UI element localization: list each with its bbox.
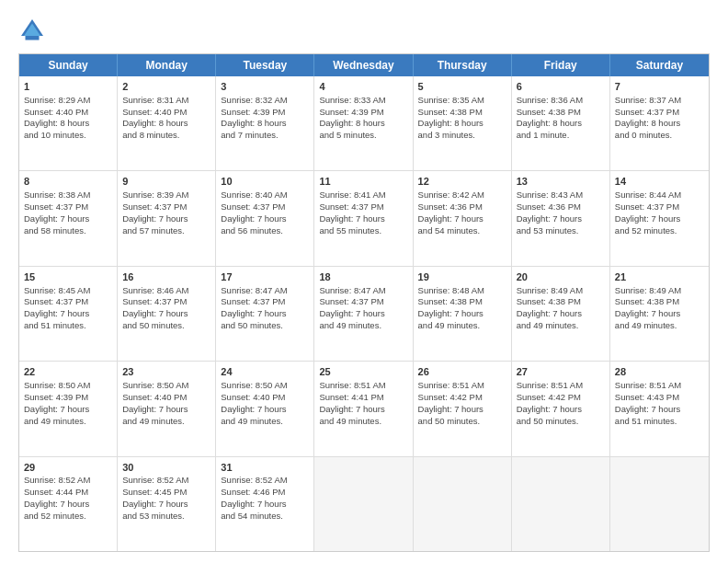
svg-rect-2 [26, 36, 40, 40]
day-number: 19 [418, 270, 506, 284]
day-number: 26 [418, 365, 506, 379]
day-number: 17 [221, 270, 309, 284]
day-cell-20: 20Sunrise: 8:49 AM Sunset: 4:38 PM Dayli… [512, 267, 610, 361]
day-number: 11 [319, 175, 407, 189]
day-info: Sunrise: 8:50 AM Sunset: 4:40 PM Dayligh… [221, 380, 287, 425]
day-number: 25 [319, 365, 407, 379]
day-cell-27: 27Sunrise: 8:51 AM Sunset: 4:42 PM Dayli… [512, 362, 610, 455]
day-info: Sunrise: 8:31 AM Sunset: 4:40 PM Dayligh… [122, 95, 188, 140]
day-number: 24 [221, 365, 309, 379]
day-cell-28: 28Sunrise: 8:51 AM Sunset: 4:43 PM Dayli… [610, 362, 709, 455]
day-info: Sunrise: 8:41 AM Sunset: 4:37 PM Dayligh… [319, 190, 385, 235]
day-info: Sunrise: 8:52 AM Sunset: 4:46 PM Dayligh… [221, 475, 287, 520]
week-row-1: 1Sunrise: 8:29 AM Sunset: 4:40 PM Daylig… [19, 76, 709, 170]
day-number: 7 [615, 80, 704, 94]
day-cell-30: 30Sunrise: 8:52 AM Sunset: 4:45 PM Dayli… [118, 457, 216, 551]
day-number: 5 [418, 80, 506, 94]
day-info: Sunrise: 8:51 AM Sunset: 4:41 PM Dayligh… [319, 380, 385, 425]
day-cell-14: 14Sunrise: 8:44 AM Sunset: 4:37 PM Dayli… [610, 171, 709, 265]
calendar-body: 1Sunrise: 8:29 AM Sunset: 4:40 PM Daylig… [19, 76, 709, 551]
day-info: Sunrise: 8:43 AM Sunset: 4:36 PM Dayligh… [517, 190, 583, 235]
day-cell-26: 26Sunrise: 8:51 AM Sunset: 4:42 PM Dayli… [414, 362, 512, 455]
day-header-saturday: Saturday [610, 54, 709, 76]
day-info: Sunrise: 8:29 AM Sunset: 4:40 PM Dayligh… [24, 95, 90, 140]
day-header-monday: Monday [118, 54, 216, 76]
day-cell-8: 8Sunrise: 8:38 AM Sunset: 4:37 PM Daylig… [19, 171, 118, 265]
day-info: Sunrise: 8:35 AM Sunset: 4:38 PM Dayligh… [418, 95, 484, 140]
day-number: 10 [221, 175, 309, 189]
logo-icon [18, 17, 46, 44]
day-number: 3 [221, 80, 309, 94]
day-info: Sunrise: 8:39 AM Sunset: 4:37 PM Dayligh… [122, 190, 188, 235]
day-number: 31 [221, 461, 309, 475]
day-number: 20 [517, 270, 605, 284]
day-number: 2 [122, 80, 210, 94]
day-info: Sunrise: 8:52 AM Sunset: 4:45 PM Dayligh… [122, 475, 188, 520]
empty-cell [414, 457, 512, 551]
day-cell-15: 15Sunrise: 8:45 AM Sunset: 4:37 PM Dayli… [19, 267, 118, 361]
day-number: 16 [122, 270, 210, 284]
empty-cell [314, 457, 413, 551]
day-info: Sunrise: 8:37 AM Sunset: 4:37 PM Dayligh… [615, 95, 681, 140]
day-cell-3: 3Sunrise: 8:32 AM Sunset: 4:39 PM Daylig… [216, 76, 314, 170]
day-number: 1 [24, 80, 112, 94]
day-info: Sunrise: 8:49 AM Sunset: 4:38 PM Dayligh… [615, 285, 681, 330]
day-info: Sunrise: 8:51 AM Sunset: 4:42 PM Dayligh… [418, 380, 484, 425]
empty-cell [512, 457, 610, 551]
week-row-3: 15Sunrise: 8:45 AM Sunset: 4:37 PM Dayli… [19, 266, 709, 361]
day-info: Sunrise: 8:47 AM Sunset: 4:37 PM Dayligh… [319, 285, 385, 330]
day-info: Sunrise: 8:38 AM Sunset: 4:37 PM Dayligh… [24, 190, 90, 235]
day-number: 8 [24, 175, 112, 189]
day-number: 6 [517, 80, 605, 94]
day-cell-23: 23Sunrise: 8:50 AM Sunset: 4:40 PM Dayli… [118, 362, 216, 455]
day-info: Sunrise: 8:44 AM Sunset: 4:37 PM Dayligh… [615, 190, 681, 235]
day-number: 30 [122, 461, 210, 475]
page: SundayMondayTuesdayWednesdayThursdayFrid… [0, 0, 728, 563]
day-number: 23 [122, 365, 210, 379]
day-cell-12: 12Sunrise: 8:42 AM Sunset: 4:36 PM Dayli… [414, 171, 512, 265]
day-header-tuesday: Tuesday [216, 54, 314, 76]
empty-cell [610, 457, 709, 551]
day-number: 28 [615, 365, 704, 379]
day-cell-16: 16Sunrise: 8:46 AM Sunset: 4:37 PM Dayli… [118, 267, 216, 361]
day-info: Sunrise: 8:50 AM Sunset: 4:39 PM Dayligh… [24, 380, 90, 425]
day-number: 13 [517, 175, 605, 189]
week-row-4: 22Sunrise: 8:50 AM Sunset: 4:39 PM Dayli… [19, 361, 709, 455]
day-cell-9: 9Sunrise: 8:39 AM Sunset: 4:37 PM Daylig… [118, 171, 216, 265]
day-cell-21: 21Sunrise: 8:49 AM Sunset: 4:38 PM Dayli… [610, 267, 709, 361]
day-number: 18 [319, 270, 407, 284]
day-info: Sunrise: 8:42 AM Sunset: 4:36 PM Dayligh… [418, 190, 484, 235]
day-number: 22 [24, 365, 112, 379]
day-cell-11: 11Sunrise: 8:41 AM Sunset: 4:37 PM Dayli… [314, 171, 413, 265]
day-cell-19: 19Sunrise: 8:48 AM Sunset: 4:38 PM Dayli… [414, 267, 512, 361]
day-info: Sunrise: 8:40 AM Sunset: 4:37 PM Dayligh… [221, 190, 287, 235]
day-info: Sunrise: 8:47 AM Sunset: 4:37 PM Dayligh… [221, 285, 287, 330]
day-cell-29: 29Sunrise: 8:52 AM Sunset: 4:44 PM Dayli… [19, 457, 118, 551]
day-header-thursday: Thursday [414, 54, 512, 76]
day-info: Sunrise: 8:50 AM Sunset: 4:40 PM Dayligh… [122, 380, 188, 425]
day-header-wednesday: Wednesday [314, 54, 413, 76]
day-info: Sunrise: 8:36 AM Sunset: 4:38 PM Dayligh… [517, 95, 583, 140]
calendar: SundayMondayTuesdayWednesdayThursdayFrid… [18, 53, 710, 552]
day-cell-7: 7Sunrise: 8:37 AM Sunset: 4:37 PM Daylig… [610, 76, 709, 170]
day-info: Sunrise: 8:33 AM Sunset: 4:39 PM Dayligh… [319, 95, 385, 140]
day-info: Sunrise: 8:51 AM Sunset: 4:42 PM Dayligh… [517, 380, 583, 425]
day-info: Sunrise: 8:45 AM Sunset: 4:37 PM Dayligh… [24, 285, 90, 330]
week-row-2: 8Sunrise: 8:38 AM Sunset: 4:37 PM Daylig… [19, 170, 709, 265]
day-cell-22: 22Sunrise: 8:50 AM Sunset: 4:39 PM Dayli… [19, 362, 118, 455]
day-number: 15 [24, 270, 112, 284]
calendar-header: SundayMondayTuesdayWednesdayThursdayFrid… [19, 54, 709, 76]
day-info: Sunrise: 8:49 AM Sunset: 4:38 PM Dayligh… [517, 285, 583, 330]
day-info: Sunrise: 8:32 AM Sunset: 4:39 PM Dayligh… [221, 95, 287, 140]
day-header-friday: Friday [512, 54, 610, 76]
day-info: Sunrise: 8:46 AM Sunset: 4:37 PM Dayligh… [122, 285, 188, 330]
day-number: 27 [517, 365, 605, 379]
day-cell-13: 13Sunrise: 8:43 AM Sunset: 4:36 PM Dayli… [512, 171, 610, 265]
day-number: 29 [24, 461, 112, 475]
day-info: Sunrise: 8:48 AM Sunset: 4:38 PM Dayligh… [418, 285, 484, 330]
day-cell-31: 31Sunrise: 8:52 AM Sunset: 4:46 PM Dayli… [216, 457, 314, 551]
day-number: 12 [418, 175, 506, 189]
header [18, 17, 710, 44]
day-cell-17: 17Sunrise: 8:47 AM Sunset: 4:37 PM Dayli… [216, 267, 314, 361]
day-cell-2: 2Sunrise: 8:31 AM Sunset: 4:40 PM Daylig… [118, 76, 216, 170]
